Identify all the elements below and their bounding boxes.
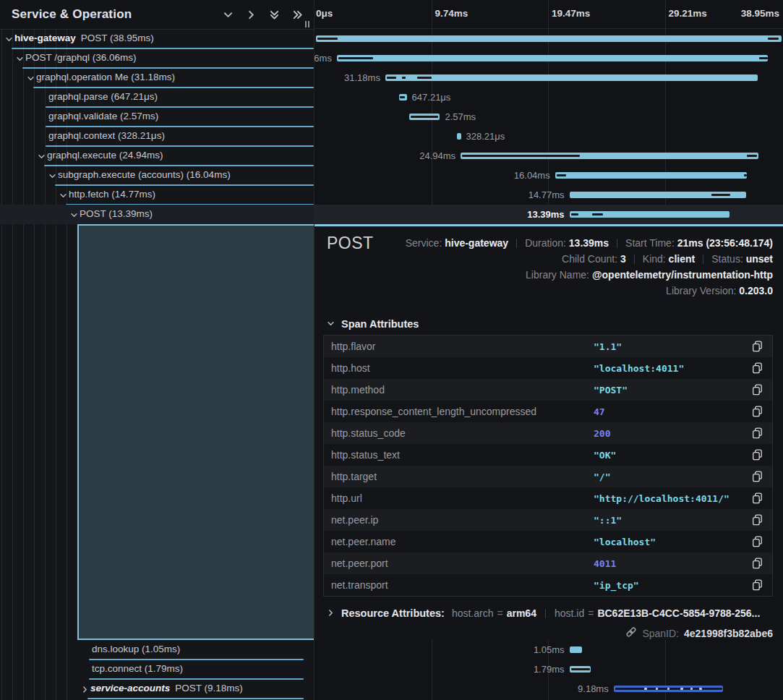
copy-icon[interactable] xyxy=(752,514,763,526)
copy-icon[interactable] xyxy=(752,471,763,482)
chevron-right-icon[interactable] xyxy=(244,8,257,21)
span-tree-row[interactable]: http.fetch (14.77ms) xyxy=(0,185,314,205)
attribute-row: net.peer.port4011 xyxy=(324,552,772,574)
span-detail-title: POST xyxy=(327,234,374,253)
span-child-segment xyxy=(759,57,768,59)
copy-icon[interactable] xyxy=(752,406,763,417)
span-duration-bar[interactable] xyxy=(385,74,758,81)
selected-span-highlight xyxy=(77,224,314,640)
span-tree-row[interactable]: POST (13.39ms) xyxy=(0,205,314,224)
attribute-value: "localhost" xyxy=(594,537,656,547)
equals-sign: = xyxy=(497,607,502,619)
span-tree-row[interactable]: hive-gatewayPOST (38.95ms) xyxy=(0,29,314,48)
attribute-row: net.peer.name"localhost" xyxy=(324,531,772,552)
double-chevron-right-icon[interactable] xyxy=(291,8,304,21)
attribute-key: http.method xyxy=(331,384,385,396)
span-name-label: service-accountsPOST (9.18ms) xyxy=(90,683,243,693)
span-duration-bar[interactable] xyxy=(555,172,747,179)
service-name: hive-gateway xyxy=(14,33,76,43)
attribute-key: http.flavor xyxy=(331,341,375,352)
span-name-label: graphql.parse (647.21μs) xyxy=(48,91,158,102)
span-duration-label: 13.39ms xyxy=(527,209,564,220)
panel-resize-handle[interactable] xyxy=(305,21,309,27)
span-duration-bar[interactable] xyxy=(399,94,407,101)
attribute-row: http.target"/" xyxy=(324,466,772,487)
chevron-down-icon[interactable] xyxy=(221,8,234,21)
copy-icon[interactable] xyxy=(752,427,763,439)
ruler-tick-label: 38.95ms xyxy=(741,8,779,19)
copy-icon[interactable] xyxy=(752,449,763,461)
span-duration-bar[interactable] xyxy=(570,192,746,198)
meta-value: hive-gateway xyxy=(445,237,508,249)
span-tree-panel: hive-gatewayPOST (38.95ms)POST /graphql … xyxy=(0,0,315,700)
copy-icon[interactable] xyxy=(752,558,763,569)
detail-meta-line: Library Name: @opentelemetry/instrumenta… xyxy=(406,267,773,283)
span-child-segment xyxy=(680,688,683,690)
span-tree-row[interactable]: graphql.context (328.21μs) xyxy=(0,127,314,146)
meta-value: client xyxy=(669,253,696,265)
chevron-down-icon[interactable] xyxy=(70,210,78,218)
chevron-down-icon xyxy=(327,318,335,330)
meta-value: @opentelemetry/instrumentation-http xyxy=(592,269,773,281)
timeline-row: 328.21μs xyxy=(315,127,783,146)
ruler-tick-label: 19.47ms xyxy=(552,8,590,19)
attribute-value: "::1" xyxy=(594,515,622,526)
copy-icon[interactable] xyxy=(752,579,763,591)
span-duration-bar[interactable] xyxy=(570,666,591,673)
equals-sign: = xyxy=(588,607,594,619)
ruler-tick-label: 9.74ms xyxy=(435,8,468,19)
span-tree-row[interactable]: service-accountsPOST (9.18ms) xyxy=(0,679,314,699)
span-child-segment xyxy=(768,38,779,40)
chevron-down-icon[interactable] xyxy=(59,191,67,199)
attribute-key: net.peer.name xyxy=(331,536,396,547)
span-tree-row[interactable]: POST /graphql (36.06ms) xyxy=(0,48,314,68)
span-tree-row[interactable]: dns.lookup (1.05ms) xyxy=(0,640,314,660)
span-child-segment xyxy=(744,174,747,176)
span-child-segment xyxy=(417,77,432,79)
span-duration-label: 14.77ms xyxy=(529,189,565,200)
attribute-value: "OK" xyxy=(594,450,616,461)
span-duration-bar[interactable] xyxy=(461,153,758,159)
meta-label: Service: xyxy=(406,237,445,249)
span-duration-bar[interactable] xyxy=(614,686,724,692)
attribute-value: "localhost:4011" xyxy=(594,363,684,374)
row-separator xyxy=(87,698,304,699)
copy-icon[interactable] xyxy=(752,384,763,396)
span-child-segment xyxy=(644,688,647,690)
attribute-row: http.response_content_length_uncompresse… xyxy=(324,401,772,422)
span-tree-row[interactable]: graphql.parse (647.21μs) xyxy=(0,88,314,107)
copy-icon[interactable] xyxy=(752,362,763,374)
chevron-down-icon[interactable] xyxy=(16,54,24,62)
double-chevron-down-icon[interactable] xyxy=(268,8,281,21)
span-id-row: SpanID: 4e21998f3b82abe6 xyxy=(625,626,773,640)
chevron-down-icon[interactable] xyxy=(5,35,13,43)
span-tree-row[interactable]: graphql.execute (24.94ms) xyxy=(0,146,314,166)
span-tree-row[interactable]: tcp.connect (1.79ms) xyxy=(0,660,314,679)
chevron-down-icon[interactable] xyxy=(48,171,56,179)
copy-icon[interactable] xyxy=(752,492,763,504)
span-tree-row[interactable]: subgraph.execute (accounts) (16.04ms) xyxy=(0,166,314,185)
attribute-key: http.response_content_length_uncompresse… xyxy=(331,406,536,417)
span-duration-bar[interactable] xyxy=(316,35,782,42)
timeline-row: 647.21μs xyxy=(315,88,783,107)
span-duration-label: 36.06ms xyxy=(315,53,332,64)
chevron-down-icon[interactable] xyxy=(27,74,35,82)
resource-attributes-row[interactable]: Resource Attributes: host.arch=arm64host… xyxy=(327,607,760,619)
timeline-row: 9.18ms xyxy=(315,679,783,699)
span-tree-row[interactable]: graphql.operation Me (31.18ms) xyxy=(0,68,314,88)
span-tree-row[interactable]: graphql.validate (2.57ms) xyxy=(0,107,314,127)
span-duration-bar[interactable] xyxy=(409,114,440,120)
meta-label: Library Version: xyxy=(666,285,739,296)
meta-label: Status: xyxy=(711,253,745,265)
copy-icon[interactable] xyxy=(752,536,763,547)
span-child-segment xyxy=(400,96,405,98)
span-duration-bar[interactable] xyxy=(570,211,729,218)
span-duration-bar[interactable] xyxy=(457,133,461,140)
chevron-right-icon[interactable] xyxy=(81,685,89,693)
copy-icon[interactable] xyxy=(752,341,763,352)
link-icon[interactable] xyxy=(625,626,637,640)
chevron-down-icon[interactable] xyxy=(38,152,46,160)
span-attributes-header[interactable]: Span Attributes xyxy=(327,318,419,330)
span-duration-bar[interactable] xyxy=(570,646,582,653)
span-duration-bar[interactable] xyxy=(337,55,768,61)
